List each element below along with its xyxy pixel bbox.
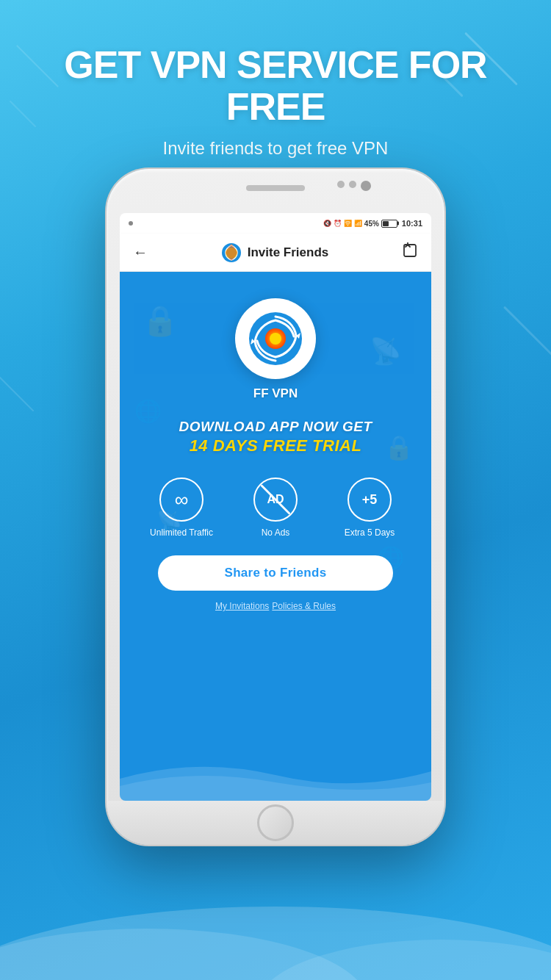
phone-top-bar: [107, 169, 444, 213]
vpn-logo-circle: [235, 298, 316, 379]
mute-icon: 🔇: [323, 220, 331, 227]
svg-text:📡: 📡: [370, 336, 402, 367]
svg-text:🔒: 🔒: [142, 303, 179, 338]
nav-bar: ← Invite Friends: [120, 234, 431, 272]
battery-icon: [381, 220, 397, 228]
vpn-logo-section: FF VPN: [235, 298, 316, 401]
nav-title-area: Invite Friends: [221, 242, 329, 263]
back-button[interactable]: ←: [133, 244, 148, 261]
feature-no-ads: AD No Ads: [239, 478, 312, 538]
unlimited-traffic-icon: ∞: [159, 478, 204, 522]
home-button[interactable]: [257, 804, 294, 841]
feature-unlimited-traffic: ∞ Unlimited Traffic: [145, 478, 218, 538]
app-content: 🔒 📡 🌐 🔒 📡 🌐: [120, 272, 431, 801]
phone-screen: 🔇 ⏰ 🛜 📶 45% 10:31 ←: [120, 213, 431, 801]
extra-days-icon: +5: [347, 478, 392, 522]
nav-share-button[interactable]: [402, 242, 418, 262]
status-left: [129, 221, 133, 226]
unlimited-traffic-label: Unlimited Traffic: [150, 527, 213, 538]
status-dot: [129, 221, 133, 226]
phone-bottom: [107, 801, 444, 845]
promo-section: DOWNLOAD APP NOW GET 14 DAYS FREE TRIAL: [179, 419, 372, 455]
no-icon-slash: [255, 479, 296, 520]
phone-mockup: 🔇 ⏰ 🛜 📶 45% 10:31 ←: [107, 169, 444, 845]
status-bar: 🔇 ⏰ 🛜 📶 45% 10:31: [120, 213, 431, 234]
feature-extra-days: +5 Extra 5 Days: [333, 478, 406, 538]
share-to-friends-button[interactable]: Share to Friends: [158, 555, 393, 591]
share-button-wrap: Share to Friends: [158, 555, 393, 591]
svg-text:🌐: 🌐: [134, 398, 162, 425]
promo-line1: DOWNLOAD APP NOW GET: [179, 419, 372, 435]
header-section: GET VPN SERVICE FOR FREE Invite friends …: [0, 44, 551, 159]
subtitle: Invite friends to get free VPN: [22, 138, 529, 159]
no-ads-label: No Ads: [262, 527, 290, 538]
front-camera: [361, 181, 371, 191]
no-ads-icon: AD: [253, 478, 298, 522]
svg-point-2: [257, 940, 551, 980]
nav-title: Invite Friends: [248, 245, 329, 260]
svg-point-15: [270, 333, 281, 345]
svg-text:🔒: 🔒: [384, 433, 414, 461]
wifi-icon: 🛜: [344, 220, 352, 227]
speaker-grill: [246, 185, 305, 191]
vpn-name: FF VPN: [253, 386, 298, 401]
promo-line2: 14 DAYS FREE TRIAL: [179, 436, 372, 455]
time-display: 10:31: [402, 219, 422, 228]
camera-dots: [337, 181, 371, 191]
links-row: My Invitations Policies & Rules: [215, 601, 336, 611]
svg-point-0: [0, 907, 551, 980]
landscape-decoration: [0, 877, 551, 980]
status-right: 🔇 ⏰ 🛜 📶 45% 10:31: [323, 219, 422, 228]
my-invitations-link[interactable]: My Invitations: [215, 601, 269, 611]
svg-point-1: [0, 929, 367, 980]
battery-percent: 45%: [364, 220, 379, 228]
main-title: GET VPN SERVICE FOR FREE: [22, 44, 529, 128]
alarm-icon: ⏰: [334, 220, 342, 227]
camera-dot: [337, 181, 345, 188]
share-icon: [402, 242, 418, 259]
phone-body: 🔇 ⏰ 🛜 📶 45% 10:31 ←: [107, 169, 444, 845]
svg-line-16: [262, 486, 289, 513]
app-bottom-wave: [120, 742, 431, 801]
nav-logo-icon: [221, 242, 242, 263]
policies-rules-link[interactable]: Policies & Rules: [272, 601, 336, 611]
vpn-logo-svg: [246, 309, 305, 368]
signal-icon: 📶: [354, 220, 362, 227]
camera-dot: [349, 181, 356, 188]
features-row: ∞ Unlimited Traffic AD No A: [120, 478, 431, 538]
extra-days-label: Extra 5 Days: [345, 527, 395, 538]
